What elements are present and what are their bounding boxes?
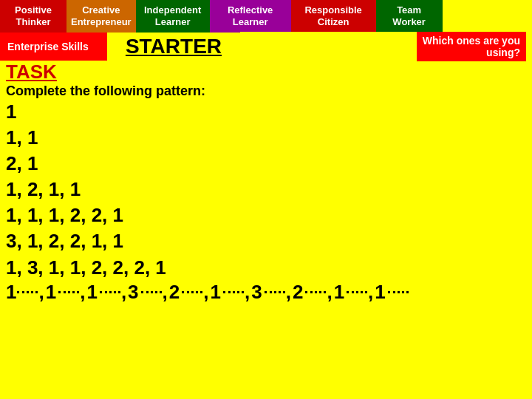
dot-comma-8: , <box>327 281 332 304</box>
dot-comma-6: , <box>245 281 250 304</box>
pattern-line-7: 1, 3, 1, 1, 2, 2, 2, 1 <box>6 255 526 281</box>
pattern-line-4: 1, 2, 1, 1 <box>6 177 526 202</box>
dot-1 <box>17 291 38 293</box>
dot-num-6: 1 <box>211 281 221 304</box>
instruction: Complete the following pattern: <box>0 83 532 99</box>
dot-num-5: 2 <box>169 281 180 304</box>
dot-6 <box>223 291 244 293</box>
dot-comma-5: , <box>203 281 208 304</box>
nav-team-worker[interactable]: TeamWorker <box>376 0 443 33</box>
dot-num-2: 1 <box>46 281 56 304</box>
dot-2 <box>58 291 79 293</box>
dot-3 <box>100 291 120 293</box>
dot-num-9: 1 <box>334 281 344 304</box>
nav-reflective-learner[interactable]: ReflectiveLearner <box>210 0 291 33</box>
dot-comma-3: , <box>121 281 126 304</box>
dot-comma-4: , <box>163 281 168 304</box>
dot-num-1: 1 <box>6 281 16 304</box>
which-ones-box: Which ones are youusing? <box>240 32 532 61</box>
dot-comma-7: , <box>286 281 291 304</box>
which-ones-text: Which ones are youusing? <box>417 32 526 61</box>
dot-comma-1: , <box>38 281 44 304</box>
task-label: TASK <box>0 61 532 83</box>
dot-comma-2: , <box>80 281 85 304</box>
starter-label: STARTER <box>126 35 222 58</box>
dot-9 <box>347 291 367 293</box>
dotted-answer-row: 1 , 1 , 1 , 3 , 2 , 1 , 3 , 2 , 1 , 1 <box>0 281 532 304</box>
nav-responsible-citizen[interactable]: ResponsibleCitizen <box>291 0 376 33</box>
pattern-line-3: 2, 1 <box>6 151 526 177</box>
enterprise-row: Enterprise Skills STARTER Which ones are… <box>0 33 532 61</box>
nav-positive-thinker[interactable]: PositiveThinker <box>0 0 66 33</box>
pattern-line-1: 1 <box>6 99 526 125</box>
dot-num-3: 1 <box>86 281 97 304</box>
dot-num-10: 1 <box>375 281 385 304</box>
nav-creative-entrepreneur[interactable]: CreativeEntrepreneur <box>66 0 136 33</box>
dot-num-7: 3 <box>251 281 262 304</box>
top-nav: PositiveThinker CreativeEntrepreneur Ind… <box>0 0 532 33</box>
enterprise-skills-label: Enterprise Skills <box>0 33 107 61</box>
nav-independent-learner[interactable]: IndependentLearner <box>136 0 210 33</box>
pattern-line-6: 3, 1, 2, 2, 1, 1 <box>6 228 526 254</box>
pattern-line-5: 1, 1, 1, 2, 2, 1 <box>6 202 526 228</box>
dot-num-8: 2 <box>293 281 303 304</box>
dot-4 <box>141 291 162 293</box>
dot-8 <box>305 291 326 293</box>
pattern-line-2: 1, 1 <box>6 125 526 151</box>
dot-num-4: 3 <box>128 281 138 304</box>
pattern-container: 1 1, 1 2, 1 1, 2, 1, 1 1, 1, 1, 2, 2, 1 … <box>0 99 532 281</box>
dot-10 <box>388 291 409 293</box>
dot-5 <box>182 291 202 293</box>
dot-7 <box>265 291 285 293</box>
dot-comma-9: , <box>368 281 373 304</box>
starter-box: STARTER <box>107 35 240 58</box>
